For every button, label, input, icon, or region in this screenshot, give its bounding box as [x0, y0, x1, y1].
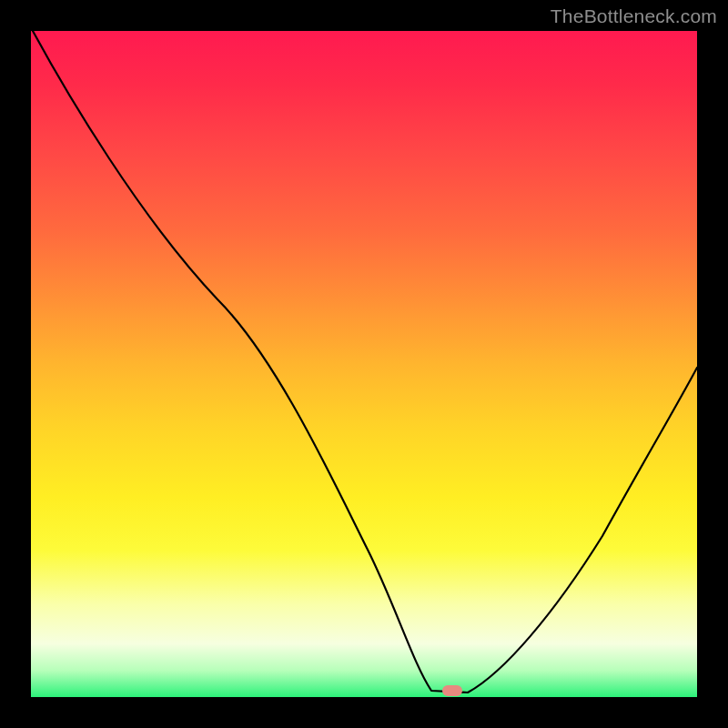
plot-area	[31, 31, 697, 697]
bottleneck-curve	[31, 31, 697, 697]
optimal-marker	[442, 685, 462, 696]
curve-path	[33, 31, 697, 693]
watermark-text: TheBottleneck.com	[551, 5, 717, 27]
chart-frame: TheBottleneck.com	[0, 0, 728, 728]
